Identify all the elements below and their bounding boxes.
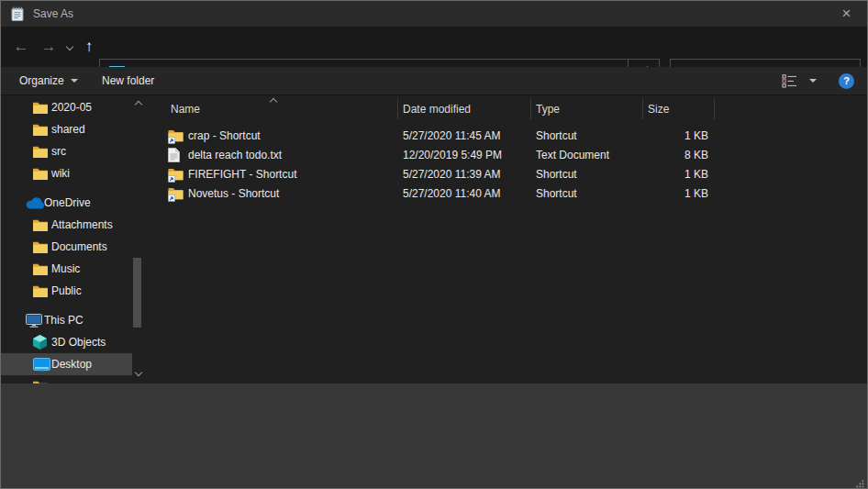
file-size-cell: 1 KB [642, 165, 708, 184]
sidebar-item-2020-05[interactable]: 2020-05 [1, 96, 132, 118]
onedrive-icon [26, 197, 44, 209]
new-folder-label: New folder [102, 74, 154, 87]
sidebar-item-this-pc[interactable]: This PC [1, 309, 132, 331]
file-size-cell: 1 KB [642, 127, 708, 146]
sidebar-item-label: Attachments [51, 218, 113, 231]
chevron-down-icon [66, 43, 73, 50]
file-name-cell: delta reach todo.txt [188, 146, 282, 165]
sidebar-item-onedrive[interactable]: OneDrive [1, 192, 132, 214]
title-bar: Save As × [1, 1, 867, 27]
sidebar-item-wiki[interactable]: wiki [1, 162, 132, 184]
sidebar-item-label: Desktop [51, 358, 92, 371]
sidebar-item-label: Documents [51, 240, 107, 253]
column-header-size[interactable]: Size [648, 100, 669, 118]
file-date-cell: 5/27/2020 11:40 AM [403, 184, 501, 204]
sidebar-item-label: 3D Objects [51, 336, 106, 349]
file-row[interactable]: Novetus - Shortcut5/27/2020 11:40 AMShor… [148, 184, 867, 204]
column-divider[interactable] [530, 98, 531, 119]
file-row[interactable]: crap - Shortcut5/27/2020 11:45 AMShortcu… [148, 127, 867, 146]
sidebar-item-label: wiki [51, 167, 70, 180]
file-date-cell: 5/27/2020 11:45 AM [403, 127, 501, 146]
folder-icon [33, 146, 51, 158]
folder-icon [33, 219, 51, 231]
folder-shortcut-icon [168, 186, 184, 202]
sidebar-item-documents[interactable]: Documents [1, 236, 132, 258]
sidebar-item-label: src [51, 145, 66, 158]
notepad-icon [10, 6, 25, 21]
column-divider[interactable] [397, 98, 398, 119]
file-type-cell: Shortcut [536, 127, 577, 146]
folder-icon [33, 102, 51, 114]
text-file-icon [168, 148, 184, 163]
sidebar-item-label: Music [51, 262, 80, 275]
details-view-icon [782, 74, 797, 88]
chevron-up-icon [135, 101, 142, 108]
column-divider[interactable] [642, 98, 643, 119]
chevron-down-icon [135, 369, 142, 376]
file-type-cell: Shortcut [536, 165, 577, 184]
file-name-cell: FIREFIGHT - Shortcut [188, 165, 296, 184]
folder-icon [33, 263, 51, 275]
file-size-cell: 8 KB [642, 146, 708, 165]
caret-down-icon [71, 79, 78, 83]
sidebar-item-label: shared [51, 123, 85, 136]
file-row[interactable]: FIREFIGHT - Shortcut5/27/2020 11:39 AMSh… [148, 165, 867, 184]
column-divider[interactable] [714, 98, 715, 119]
recent-locations-button[interactable] [61, 34, 78, 60]
sidebar-item-src[interactable]: src [1, 140, 132, 162]
thispc-icon [26, 314, 44, 328]
caret-down-icon [809, 79, 817, 83]
window-title: Save As [33, 7, 73, 20]
sidebar-item-label: OneDrive [44, 196, 91, 209]
sidebar-item-music[interactable]: Music [1, 258, 132, 280]
forward-button[interactable]: → [36, 34, 61, 60]
sidebar-item-label: 2020-05 [51, 101, 92, 114]
sidebar-scroll-down-button[interactable] [132, 366, 145, 379]
folder-shortcut-icon [168, 128, 184, 144]
back-button[interactable]: ← [8, 34, 34, 60]
folder-shortcut-icon [168, 167, 184, 183]
folder-icon [33, 285, 51, 297]
toolbar: Organize New folder ? [1, 67, 867, 95]
sidebar-item-attachments[interactable]: Attachments [1, 214, 132, 236]
file-type-cell: Shortcut [536, 184, 577, 204]
resize-grip[interactable] [856, 480, 864, 488]
up-button[interactable]: ↑ [78, 34, 100, 60]
view-details-button[interactable] [782, 67, 797, 94]
sort-ascending-icon [271, 94, 276, 107]
cube-icon [33, 335, 51, 350]
help-button[interactable]: ? [839, 67, 854, 94]
new-folder-button[interactable]: New folder [102, 67, 154, 94]
navigation-bar: ← → ↑ This PC Desktop [1, 27, 867, 67]
folder-icon [33, 124, 51, 136]
close-button[interactable]: × [826, 1, 867, 27]
help-icon: ? [839, 73, 854, 89]
sidebar-item-shared[interactable]: shared [1, 118, 132, 140]
sidebar-item-public[interactable]: Public [1, 280, 132, 302]
file-name-cell: Novetus - Shortcut [188, 184, 279, 204]
column-header-type[interactable]: Type [536, 100, 560, 118]
sidebar-item-desktop[interactable]: Desktop [1, 353, 132, 375]
save-as-dialog: Save As × ← → ↑ This PC Desktop Organi [0, 0, 868, 489]
file-name-cell: crap - Shortcut [188, 127, 261, 146]
column-header-name[interactable]: Name [171, 100, 200, 118]
file-date-cell: 12/20/2019 5:49 PM [403, 146, 502, 165]
file-date-cell: 5/27/2020 11:39 AM [403, 165, 501, 184]
footer-panel: File name: Save as type: Text Documents … [1, 383, 867, 489]
monitor-blue-icon [33, 358, 51, 372]
sidebar-scroll-up-button[interactable] [132, 98, 145, 111]
file-type-cell: Text Document [536, 146, 609, 165]
sidebar-scrollbar-thumb[interactable] [133, 258, 141, 328]
organize-label: Organize [19, 74, 64, 87]
column-header-date-modified[interactable]: Date modified [403, 100, 471, 118]
sidebar-item-label: This PC [44, 314, 83, 327]
sidebar-item-label: Public [51, 284, 82, 297]
folder-icon [33, 241, 51, 253]
organize-button[interactable]: Organize [19, 67, 78, 94]
file-row[interactable]: delta reach todo.txt12/20/2019 5:49 PMTe… [148, 146, 867, 165]
sidebar-item-3d-objects[interactable]: 3D Objects [1, 331, 132, 353]
folder-icon [33, 168, 51, 180]
view-dropdown-button[interactable] [803, 67, 817, 94]
file-size-cell: 1 KB [642, 184, 708, 204]
